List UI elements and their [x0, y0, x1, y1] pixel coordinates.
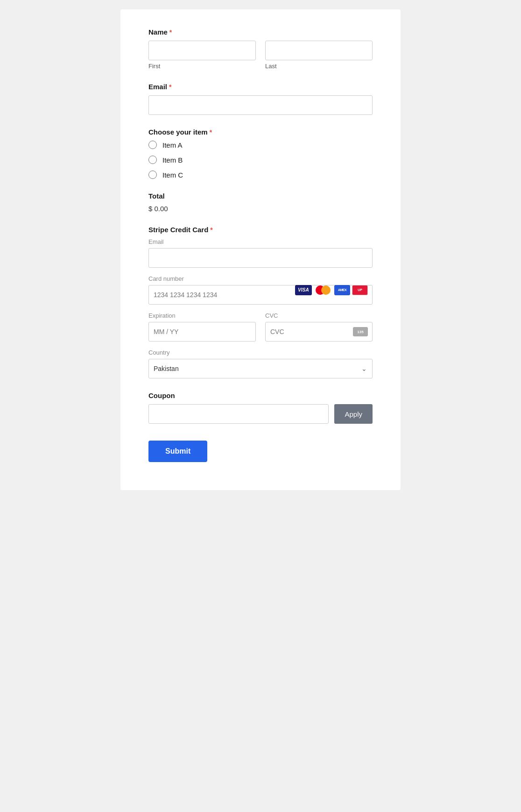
- last-name-input[interactable]: [265, 41, 373, 60]
- radio-item-b[interactable]: Item B: [148, 156, 373, 164]
- email-label: Email *: [148, 83, 373, 91]
- expiration-label: Expiration: [148, 312, 256, 319]
- radio-item-c[interactable]: Item C: [148, 171, 373, 179]
- radio-item-a[interactable]: Item A: [148, 141, 373, 149]
- coupon-input[interactable]: [148, 404, 329, 424]
- coupon-row: Apply: [148, 404, 373, 424]
- email-required: *: [169, 83, 171, 91]
- name-label: Name *: [148, 28, 373, 36]
- name-required: *: [169, 28, 172, 36]
- total-value: $ 0.00: [148, 205, 373, 213]
- first-name-input[interactable]: [148, 41, 256, 60]
- country-wrapper-group: Country Pakistan United States United Ki…: [148, 349, 373, 378]
- radio-label-c: Item C: [162, 171, 183, 179]
- country-wrapper: Pakistan United States United Kingdom In…: [148, 359, 373, 378]
- stripe-label: Stripe Credit Card *: [148, 226, 373, 234]
- card-number-wrapper: Card number VISA AMEX UP: [148, 275, 373, 305]
- cvc-field: CVC 135: [265, 312, 373, 342]
- name-row: First Last: [148, 41, 373, 70]
- visa-icon: VISA: [295, 285, 312, 295]
- cvc-label: CVC: [265, 312, 373, 319]
- radio-input-a[interactable]: [148, 141, 157, 149]
- email-group: Email *: [148, 83, 373, 115]
- first-name-field: First: [148, 41, 256, 70]
- mastercard-icon: [314, 285, 332, 295]
- card-icons: VISA AMEX UP: [295, 285, 368, 295]
- coupon-label: Coupon: [148, 392, 373, 399]
- submit-button[interactable]: Submit: [148, 441, 207, 462]
- stripe-fields: Email Card number VISA AMEX UP: [148, 238, 373, 378]
- stripe-email-wrapper: Email: [148, 238, 373, 268]
- first-sub-label: First: [148, 63, 256, 70]
- radio-label-b: Item B: [162, 156, 183, 164]
- stripe-email-input[interactable]: [148, 248, 373, 268]
- expiry-input[interactable]: [148, 322, 256, 342]
- name-group: Name * First Last: [148, 28, 373, 70]
- form-container: Name * First Last Email * Choose your it…: [120, 9, 401, 490]
- last-sub-label: Last: [265, 63, 373, 70]
- submit-wrapper: Submit: [148, 441, 373, 462]
- card-number-label: Card number: [148, 275, 373, 282]
- coupon-group: Coupon Apply: [148, 392, 373, 424]
- email-input[interactable]: [148, 95, 373, 115]
- country-label: Country: [148, 349, 373, 356]
- item-required: *: [210, 128, 212, 136]
- apply-button[interactable]: Apply: [334, 404, 373, 424]
- unionpay-icon: UP: [352, 285, 368, 295]
- radio-input-b[interactable]: [148, 156, 157, 164]
- radio-group: Item A Item B Item C: [148, 141, 373, 179]
- amex-icon: AMEX: [334, 285, 350, 295]
- expiry-field: Expiration: [148, 312, 256, 342]
- country-select[interactable]: Pakistan United States United Kingdom In…: [148, 359, 373, 378]
- stripe-required: *: [210, 226, 212, 234]
- cvc-badge-icon: 135: [353, 327, 368, 336]
- cvc-wrapper: 135: [265, 322, 373, 342]
- stripe-email-label: Email: [148, 238, 373, 245]
- last-name-field: Last: [265, 41, 373, 70]
- expiry-cvc-row: Expiration CVC 135: [148, 312, 373, 342]
- total-label: Total: [148, 192, 373, 200]
- item-group: Choose your item * Item A Item B Item C: [148, 128, 373, 179]
- choose-item-label: Choose your item *: [148, 128, 373, 136]
- total-group: Total $ 0.00: [148, 192, 373, 213]
- stripe-group: Stripe Credit Card * Email Card number V…: [148, 226, 373, 378]
- radio-label-a: Item A: [162, 141, 183, 149]
- radio-input-c[interactable]: [148, 171, 157, 179]
